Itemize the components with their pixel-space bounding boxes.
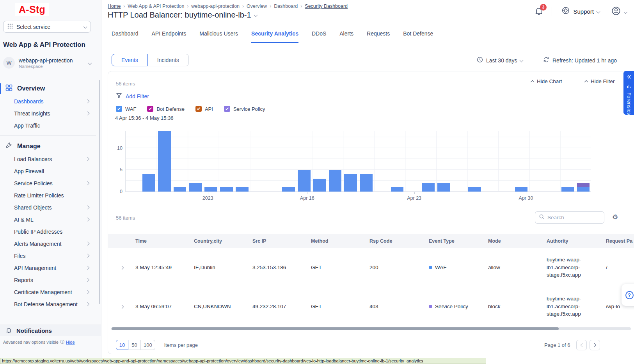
chart-bar-service-policy[interactable] bbox=[577, 183, 590, 187]
sidebar-item-dashboards[interactable]: Dashboards bbox=[0, 95, 96, 107]
chart-bar-events[interactable] bbox=[204, 187, 217, 192]
sidebar-item-bot-defense-management[interactable]: Bot Defense Management bbox=[0, 298, 96, 310]
tab-requests[interactable]: Requests bbox=[367, 30, 390, 43]
breadcrumb-home[interactable]: Home bbox=[108, 4, 121, 9]
namespace-selector[interactable]: W webapp-api-protection Namespace bbox=[3, 55, 97, 71]
next-page-button[interactable] bbox=[590, 340, 600, 350]
view-toggle-incidents[interactable]: Incidents bbox=[148, 54, 189, 66]
expand-row-icon[interactable] bbox=[120, 305, 124, 309]
breadcrumb-overview[interactable]: Overview bbox=[247, 4, 267, 9]
title-chevron-down-icon[interactable] bbox=[254, 13, 258, 17]
column-header-country-city[interactable]: Country,city bbox=[194, 238, 252, 244]
horizontal-scrollbar-thumb[interactable] bbox=[112, 327, 559, 330]
question-mark-icon: ? bbox=[625, 291, 634, 299]
chart-bar-events[interactable] bbox=[236, 187, 249, 192]
tab-alerts[interactable]: Alerts bbox=[339, 30, 353, 43]
chart-bar-events[interactable] bbox=[561, 187, 574, 192]
filter-api[interactable]: API bbox=[195, 106, 213, 112]
page-size-10[interactable]: 10 bbox=[116, 340, 128, 350]
tab-api-endpoints[interactable]: API Endpoints bbox=[152, 30, 186, 43]
page-size-100[interactable]: 100 bbox=[141, 340, 155, 350]
column-header-mode[interactable]: Mode bbox=[488, 238, 547, 244]
table-settings-gear-icon[interactable]: ⚙ bbox=[612, 213, 618, 221]
filter-bot-defense[interactable]: Bot Defense bbox=[147, 106, 185, 112]
chevron-right-icon bbox=[86, 218, 90, 222]
refresh-button[interactable]: Refresh: Updated 1 hr ago bbox=[543, 57, 617, 64]
hide-chart-button[interactable]: Hide Chart bbox=[531, 78, 562, 84]
chart-bar-events[interactable] bbox=[282, 187, 295, 192]
user-account-menu[interactable] bbox=[611, 6, 627, 18]
sidebar-item-ai-ml[interactable]: AI & ML bbox=[0, 213, 96, 226]
page-size-50[interactable]: 50 bbox=[128, 340, 141, 350]
sidebar-section-overview[interactable]: Overview bbox=[0, 82, 96, 95]
sidebar-item-threat-insights[interactable]: Threat Insights bbox=[0, 107, 96, 119]
search-input[interactable] bbox=[547, 215, 600, 220]
sidebar-item-public-ip-addresses[interactable]: Public IP Addresses bbox=[0, 226, 96, 238]
time-range-selector[interactable]: Last 30 days bbox=[477, 57, 523, 64]
filter-service-policy[interactable]: Service Policy bbox=[224, 106, 265, 112]
previous-page-button[interactable] bbox=[576, 340, 587, 350]
column-header-time[interactable]: Time bbox=[135, 238, 194, 244]
sidebar-item-reports[interactable]: Reports bbox=[0, 274, 96, 286]
sidebar-item-certificate-management[interactable]: Certificate Management bbox=[0, 286, 96, 298]
chart-bar-events[interactable] bbox=[437, 183, 450, 192]
support-menu[interactable]: Support bbox=[561, 6, 600, 16]
chart-bar-events[interactable] bbox=[298, 170, 311, 192]
sidebar-item-app-firewall[interactable]: App Firewall bbox=[0, 165, 96, 177]
column-header-authority[interactable]: Authority bbox=[547, 238, 606, 244]
chart-bar-events[interactable] bbox=[158, 131, 171, 192]
tab-security-analytics[interactable]: Security Analytics bbox=[251, 30, 298, 43]
breadcrumb-webapp-api-protection[interactable]: webapp-api-protection bbox=[191, 4, 240, 9]
table-row[interactable]: 3 May 06:59:07CN,UNKNOWN49.232.28.107GET… bbox=[108, 287, 634, 326]
chart-bar-events[interactable] bbox=[577, 187, 590, 192]
chart-bar-events[interactable] bbox=[360, 174, 373, 192]
breadcrumb-web-app-api-protection[interactable]: Web App & API Protection bbox=[128, 4, 184, 9]
column-header-event-type[interactable]: Event Type bbox=[429, 238, 488, 244]
chart-bar-events[interactable] bbox=[391, 187, 404, 192]
select-service-dropdown[interactable]: Select service bbox=[3, 21, 91, 33]
table-row[interactable]: 3 May 12:45:49IE,Dublin3.253.153.186GET2… bbox=[108, 248, 634, 287]
hide-filter-button[interactable]: Hide Filter bbox=[585, 78, 615, 84]
sidebar-item-service-policies[interactable]: Service Policies bbox=[0, 177, 96, 189]
sidebar-item-notifications[interactable]: Notifications bbox=[0, 325, 101, 336]
chart-bar-events[interactable] bbox=[189, 183, 202, 192]
chart-bar-events[interactable] bbox=[220, 187, 233, 192]
view-toggle-events[interactable]: Events bbox=[112, 54, 148, 66]
sidebar-item-rate-limiter-policies[interactable]: Rate Limiter Policies bbox=[0, 189, 96, 201]
sidebar-item-api-management[interactable]: API Management bbox=[0, 262, 96, 274]
sidebar-scrollbar[interactable] bbox=[99, 80, 100, 304]
expand-row-icon[interactable] bbox=[120, 266, 124, 270]
sidebar-section-manage[interactable]: Manage bbox=[0, 140, 96, 153]
horizontal-scrollbar-track[interactable] bbox=[111, 327, 631, 330]
chart-bar-events[interactable] bbox=[515, 187, 528, 192]
sidebar-item-shared-objects[interactable]: Shared Objects bbox=[0, 201, 96, 213]
chart-bar-events[interactable] bbox=[313, 179, 326, 192]
help-button[interactable]: ? bbox=[622, 284, 634, 306]
sidebar-item-files[interactable]: Files bbox=[0, 250, 96, 262]
breadcrumb-dashboard[interactable]: Dashboard bbox=[274, 4, 298, 9]
column-header-rsp-code[interactable]: Rsp Code bbox=[369, 238, 429, 244]
tab-dashboard[interactable]: Dashboard bbox=[112, 30, 139, 43]
chart-bar-events[interactable] bbox=[142, 174, 155, 192]
hide-advanced-nav-link[interactable]: Hide bbox=[66, 340, 75, 344]
chart-bar-events[interactable] bbox=[329, 170, 342, 192]
notifications-bell-button[interactable]: 3 bbox=[534, 6, 544, 16]
column-header-src-ip[interactable]: Src IP bbox=[252, 238, 311, 244]
column-header-method[interactable]: Method bbox=[311, 238, 369, 244]
tab-ddos[interactable]: DDoS bbox=[312, 30, 326, 43]
sidebar-item-app-traffic[interactable]: App Traffic bbox=[0, 119, 96, 131]
filter-waf[interactable]: WAF bbox=[116, 106, 136, 112]
sidebar-item-alerts-management[interactable]: Alerts Management bbox=[0, 238, 96, 250]
chart-bar-events[interactable] bbox=[422, 183, 435, 192]
chart-bar-events[interactable] bbox=[174, 187, 186, 192]
forensics-panel-tab[interactable]: Forensics bbox=[623, 71, 634, 115]
column-header-request-pa[interactable]: Request Pa bbox=[606, 238, 634, 244]
chart-bar-events[interactable] bbox=[344, 174, 357, 192]
chart-bar-events[interactable] bbox=[468, 187, 481, 192]
tab-malicious-users[interactable]: Malicious Users bbox=[199, 30, 238, 43]
sidebar-item-load-balancers[interactable]: Load Balancers bbox=[0, 153, 96, 165]
breadcrumb-security-dashboard[interactable]: Security Dashboard bbox=[305, 4, 348, 9]
add-filter-button[interactable]: Add Filter bbox=[116, 92, 149, 100]
tab-bot-defense[interactable]: Bot Defense bbox=[403, 30, 433, 43]
chart-slot bbox=[358, 131, 374, 192]
